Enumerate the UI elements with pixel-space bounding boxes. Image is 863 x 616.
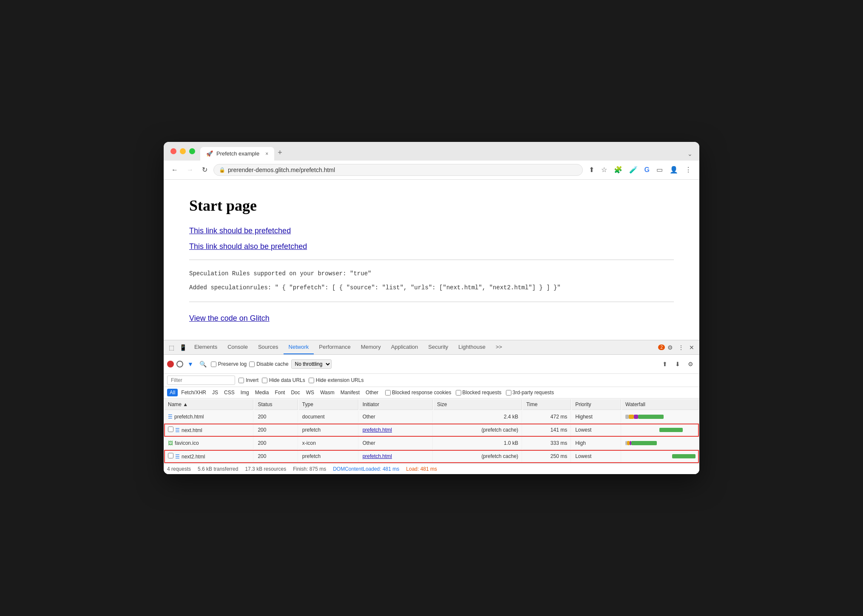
table-row[interactable]: 🖼favicon.ico200x-iconOther1.0 kB333 msHi… [165,437,698,449]
search-icon[interactable]: 🔍 [198,360,208,368]
invert-checkbox[interactable]: Invert [238,377,258,383]
table-row[interactable]: ☰prefetch.html200documentOther2.4 kB472 … [165,411,698,423]
type-css[interactable]: CSS [221,389,237,396]
col-type[interactable]: Type [299,399,358,410]
share-icon[interactable]: ⬆ [586,164,597,175]
labs-icon[interactable]: 🧪 [627,164,640,175]
browser-tab[interactable]: 🚀 Prefetch example × [200,147,274,161]
tab-console[interactable]: Console [222,340,253,354]
google-icon[interactable]: G [642,164,652,175]
blocked-requests-input[interactable] [456,390,461,396]
download-icon[interactable]: ⬇ [673,357,683,371]
row-checkbox[interactable] [168,453,173,458]
reload-button[interactable]: ↻ [199,164,210,175]
hide-data-urls-input[interactable] [262,378,267,383]
tab-sources[interactable]: Sources [253,340,284,354]
col-time[interactable]: Time [523,399,571,410]
waterfall-bar [631,441,657,445]
dom-loaded-time: DOMContentLoaded: 481 ms [333,466,399,472]
maximize-button[interactable] [189,148,195,154]
type-wasm[interactable]: Wasm [318,389,337,396]
sidebar-icon[interactable]: ▭ [654,164,665,175]
disable-cache-input[interactable] [249,362,255,367]
type-fetch-xhr[interactable]: Fetch/XHR [179,389,209,396]
tab-application[interactable]: Application [386,340,423,354]
menu-icon[interactable]: ⋮ [682,164,694,175]
tab-close-button[interactable]: × [265,151,268,157]
type-js[interactable]: JS [210,389,221,396]
blocked-cookies-checkbox[interactable]: Blocked response cookies [385,390,451,396]
invert-input[interactable] [238,378,244,383]
filter-icon[interactable]: ▼ [186,360,195,368]
tab-elements[interactable]: Elements [189,340,222,354]
tab-performance[interactable]: Performance [314,340,355,354]
third-party-input[interactable] [506,390,511,396]
disable-cache-checkbox[interactable]: Disable cache [249,361,288,367]
type-media[interactable]: Media [253,389,272,396]
hide-ext-urls-input[interactable] [309,378,314,383]
col-initiator[interactable]: Initiator [359,399,433,410]
col-size[interactable]: Size [434,399,522,410]
col-waterfall[interactable]: Waterfall [622,399,698,410]
table-row[interactable]: ☰next2.html200prefetchprefetch.html(pref… [165,450,698,463]
filter-input[interactable] [167,376,235,385]
devtools-select-icon[interactable]: ⬚ [166,341,177,354]
divider-2 [189,302,674,302]
cell-type: prefetch [299,450,358,463]
throttle-select[interactable]: No throttling [291,359,332,369]
tab-lighthouse[interactable]: Lighthouse [453,340,491,354]
blocked-requests-checkbox[interactable]: Blocked requests [456,390,502,396]
bookmark-icon[interactable]: ☆ [599,164,610,175]
third-party-checkbox[interactable]: 3rd-party requests [506,390,554,396]
tab-memory[interactable]: Memory [356,340,386,354]
extensions-icon[interactable]: 🧩 [611,164,625,175]
hide-ext-urls-checkbox[interactable]: Hide extension URLs [309,377,364,383]
devtools-close-icon[interactable]: ✕ [687,341,697,354]
type-doc[interactable]: Doc [288,389,302,396]
record-button[interactable] [167,361,174,367]
prefetch-link-2[interactable]: This link should also be prefetched [189,242,674,251]
initiator-link[interactable]: prefetch.html [363,453,392,459]
type-manifest[interactable]: Manifest [338,389,362,396]
preserve-log-checkbox[interactable]: Preserve log [211,361,247,367]
glitch-link[interactable]: View the code on Glitch [189,314,270,323]
tab-network[interactable]: Network [284,340,314,354]
tab-more[interactable]: >> [491,340,507,354]
type-img[interactable]: Img [238,389,252,396]
type-all[interactable]: All [167,389,178,396]
minimize-button[interactable] [180,148,186,154]
devtools-device-icon[interactable]: 📱 [177,341,189,354]
file-name[interactable]: next.html [182,427,202,433]
upload-icon[interactable]: ⬆ [660,357,670,371]
type-other[interactable]: Other [363,389,381,396]
settings2-icon[interactable]: ⚙ [685,357,696,371]
col-status[interactable]: Status [254,399,298,410]
new-tab-button[interactable]: + [278,148,282,161]
cell-priority: High [572,437,621,449]
tab-security[interactable]: Security [423,340,453,354]
hide-data-urls-checkbox[interactable]: Hide data URLs [262,377,305,383]
initiator-link[interactable]: prefetch.html [363,427,392,433]
preserve-log-input[interactable] [211,362,216,367]
col-name[interactable]: Name ▲ [165,399,253,410]
devtools-tab-bar: ⬚ 📱 Elements Console Sources Network Per… [164,340,699,355]
profile-icon[interactable]: 👤 [667,164,681,175]
settings-icon[interactable]: ⚙ [665,341,676,354]
prefetch-link-1[interactable]: This link should be prefetched [189,226,674,235]
back-button[interactable]: ← [169,164,181,175]
devtools-menu-icon[interactable]: ⋮ [676,341,687,354]
type-ws[interactable]: WS [304,389,317,396]
table-row[interactable]: ☰next.html200prefetchprefetch.html(prefe… [165,424,698,436]
row-checkbox[interactable] [168,427,173,432]
file-name[interactable]: prefetch.html [174,414,204,420]
file-name[interactable]: favicon.ico [175,440,199,446]
type-font[interactable]: Font [272,389,287,396]
clear-button[interactable] [176,361,183,367]
close-button[interactable] [170,148,176,154]
tab-chevron-icon[interactable]: ⌄ [687,150,693,161]
address-bar[interactable]: 🔒 prerender-demos.glitch.me/prefetch.htm… [213,164,583,176]
file-name[interactable]: next2.html [182,454,205,460]
col-priority[interactable]: Priority [572,399,621,410]
blocked-cookies-input[interactable] [385,390,391,396]
forward-button[interactable]: → [184,164,196,175]
